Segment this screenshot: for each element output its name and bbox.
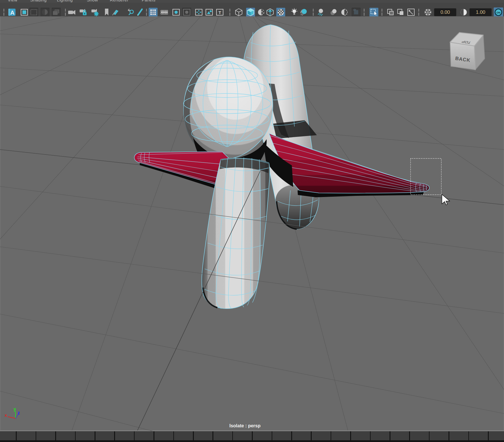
xray-joints-icon[interactable]	[407, 8, 415, 17]
film-strip-icon[interactable]	[160, 8, 169, 17]
resolution-gate-icon[interactable]	[29, 8, 38, 17]
occlusion-icon[interactable]	[316, 8, 325, 17]
isolate-status-text: Isolate : persp	[229, 423, 261, 428]
menu-lighting[interactable]: Lighting	[57, 0, 73, 2]
axis-x-label: x	[5, 413, 7, 418]
toolbar-separator[interactable]	[364, 9, 365, 16]
xray-icon[interactable]	[386, 8, 395, 17]
mouse-cursor	[442, 194, 450, 205]
axis-indicator: y z x	[5, 407, 20, 418]
axis-z-label: z	[18, 410, 20, 415]
time-slider[interactable]	[0, 431, 504, 441]
toolbar-separator[interactable]	[418, 9, 419, 16]
grease-pencil-icon[interactable]	[136, 8, 145, 17]
safe-action-icon[interactable]	[205, 8, 214, 17]
color-management-on-button[interactable]: ON	[494, 7, 503, 17]
view-cube[interactable]: TOP BACK	[450, 32, 485, 70]
grid-toggle-icon[interactable]	[149, 8, 158, 17]
lock-camera-icon[interactable]	[79, 8, 88, 17]
exposure-field[interactable]: 0.00	[434, 8, 456, 16]
axis-y-label: y	[14, 407, 16, 412]
menu-panels[interactable]: Panels	[142, 0, 156, 2]
toolbar-separator[interactable]	[229, 9, 230, 16]
shadows-icon[interactable]	[299, 8, 308, 17]
maya-window: View Shading Lighting Show Renderer Pane…	[0, 0, 504, 442]
svg-text:A: A	[10, 9, 14, 16]
gamma-field[interactable]: 1.00	[469, 8, 492, 16]
toolbar-separator[interactable]	[146, 9, 147, 16]
menu-shading[interactable]: Shading	[30, 0, 47, 2]
toolbar-separator[interactable]	[65, 9, 66, 16]
panel-toolbar: A	[0, 3, 504, 16]
pan-zoom-icon[interactable]	[127, 8, 136, 17]
menu-view[interactable]: View	[8, 0, 17, 2]
select-by-letter-icon[interactable]: A	[7, 8, 16, 17]
time-slider-base	[0, 440, 504, 442]
select-camera-icon[interactable]	[67, 8, 76, 17]
viewport-canvas[interactable]: TOP BACK y z x Isolate : persp	[0, 16, 504, 431]
smooth-shade-icon[interactable]	[246, 8, 255, 17]
isolate-select-icon[interactable]	[369, 8, 378, 17]
toolbar-separator[interactable]	[3, 9, 4, 16]
gamma-correction-icon[interactable]	[340, 8, 349, 17]
svg-text:ON: ON	[497, 11, 501, 14]
textured-icon[interactable]	[257, 8, 266, 17]
use-default-material-icon[interactable]	[266, 8, 275, 17]
viewport-persp[interactable]: TOP BACK y z x Isolate : persp	[0, 16, 504, 431]
motion-blur-icon[interactable]	[329, 8, 338, 17]
wireframe-icon[interactable]	[234, 8, 243, 17]
depth-of-field-icon[interactable]	[352, 8, 361, 17]
3d-model[interactable]	[134, 25, 429, 309]
wireframe-on-shaded-icon[interactable]	[276, 8, 285, 17]
safe-title-icon[interactable]: T	[215, 8, 224, 17]
menu-renderer[interactable]: Renderer	[110, 0, 129, 2]
toolbar-separator[interactable]	[313, 9, 314, 16]
menu-show[interactable]: Show	[87, 0, 98, 2]
svg-text:T: T	[219, 10, 221, 15]
film-gate-icon[interactable]	[20, 8, 29, 17]
resolution-gate-toggle-icon[interactable]	[172, 8, 181, 17]
gate-mask-icon[interactable]	[41, 8, 49, 17]
toolbar-separator[interactable]	[382, 9, 382, 16]
exposure-icon[interactable]	[423, 8, 432, 17]
panel-menubar: View Shading Lighting Show Renderer Pane…	[0, 0, 504, 3]
contrast-icon[interactable]	[459, 8, 468, 17]
image-plane-dim-icon[interactable]	[52, 8, 61, 17]
xray-active-icon[interactable]	[396, 8, 405, 17]
gate-mask-toggle-icon[interactable]	[182, 8, 191, 17]
lights-icon[interactable]	[290, 8, 299, 17]
image-plane-icon[interactable]	[111, 8, 120, 17]
field-chart-icon[interactable]	[194, 8, 203, 17]
bookmarks-icon[interactable]	[102, 8, 111, 17]
camera-attributes-icon[interactable]	[91, 8, 100, 17]
